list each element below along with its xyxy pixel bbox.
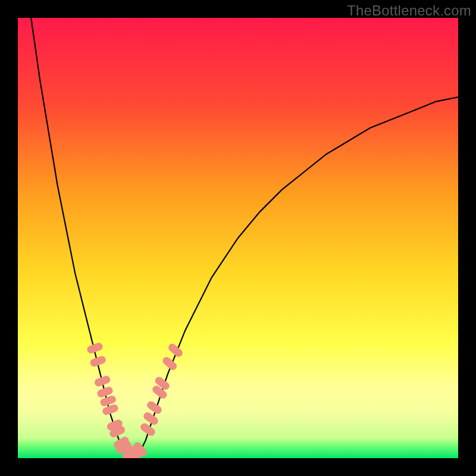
chart-svg [18,18,458,458]
chart-root: TheBottleneck.com [0,0,476,476]
watermark-text: TheBottleneck.com [347,2,471,19]
